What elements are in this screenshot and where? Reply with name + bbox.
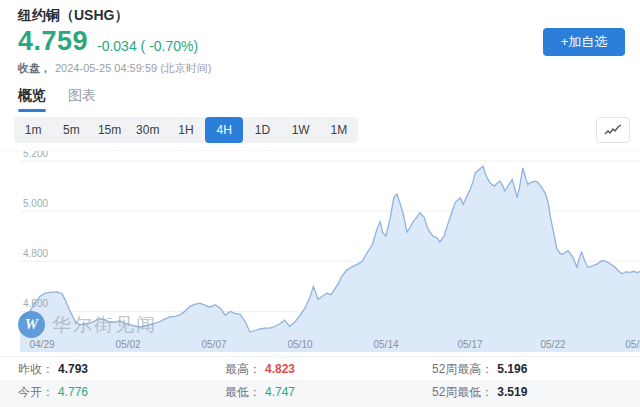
y-axis-label: 4.800 xyxy=(23,248,48,259)
timeframe-button-1m[interactable]: 1M xyxy=(320,117,358,143)
x-axis-label: 05/2 xyxy=(625,339,640,350)
chart-type-button[interactable] xyxy=(596,117,630,143)
stat-label: 最低： xyxy=(225,385,261,399)
last-price: 4.759 xyxy=(18,26,88,57)
stat-label: 今开： xyxy=(18,385,54,399)
timeframe-button-4h[interactable]: 4H xyxy=(205,117,243,143)
line-chart-icon xyxy=(604,124,622,137)
timeframe-button-1m[interactable]: 1m xyxy=(14,117,52,143)
x-axis-label: 05/02 xyxy=(115,339,140,350)
y-axis-label: 4.600 xyxy=(23,298,48,309)
timeframe-button-1w[interactable]: 1W xyxy=(282,117,320,143)
stat-value: 4.823 xyxy=(265,362,295,376)
stat-label: 最高： xyxy=(225,362,261,376)
timeframe-button-1d[interactable]: 1D xyxy=(243,117,281,143)
y-axis-label: 5.000 xyxy=(23,198,48,209)
stat-value: 4.793 xyxy=(58,362,88,376)
quote-meta: 收盘，2024-05-25 04:59:59 (北京时间) xyxy=(18,61,212,76)
x-axis-label: 05/07 xyxy=(201,339,226,350)
tab-bar: 概览 图表 xyxy=(0,87,640,110)
timeframe-bar: 1m5m15m30m1H4H1D1W1M xyxy=(14,117,358,143)
x-axis-label: 05/10 xyxy=(287,339,312,350)
timeframe-button-30m[interactable]: 30m xyxy=(129,117,167,143)
stat-value: 5.196 xyxy=(497,362,527,376)
stat-open: 今开：4.776 xyxy=(18,384,88,401)
stat-52wk-high: 52周最高：5.196 xyxy=(432,361,527,378)
timeframe-button-15m[interactable]: 15m xyxy=(90,117,128,143)
instrument-title: 纽约铜（USHG） xyxy=(18,7,128,25)
timeframe-button-5m[interactable]: 5m xyxy=(52,117,90,143)
tab-overview[interactable]: 概览 xyxy=(18,87,46,105)
stat-high: 最高：4.823 xyxy=(225,361,295,378)
x-axis-label: 04/29 xyxy=(29,339,54,350)
stat-label: 52周最低： xyxy=(432,385,493,399)
price-chart[interactable]: 5.2005.0004.8004.600 04/2905/0205/0705/1… xyxy=(0,150,640,352)
stat-52wk-low: 52周最低：3.519 xyxy=(432,384,527,401)
x-axis-label: 05/14 xyxy=(373,339,398,350)
x-axis-label: 05/22 xyxy=(540,339,565,350)
quote-page: 纽约铜（USHG） 4.759 -0.034 ( -0.70%) 收盘，2024… xyxy=(0,0,640,407)
tab-chart[interactable]: 图表 xyxy=(68,87,96,105)
stat-value: 3.519 xyxy=(497,385,527,399)
price-change: -0.034 ( -0.70%) xyxy=(97,38,198,54)
stat-label: 昨收： xyxy=(18,362,54,376)
price-area xyxy=(20,166,640,352)
stat-prev-close: 昨收：4.793 xyxy=(18,361,88,378)
add-watchlist-button[interactable]: +加自选 xyxy=(543,28,625,56)
price-chart-svg xyxy=(0,151,640,352)
x-axis-label: 05/17 xyxy=(457,339,482,350)
stats-table: 昨收：4.793最高：4.82352周最高：5.196今开：4.776最低：4.… xyxy=(0,356,640,407)
market-status: 收盘， xyxy=(18,62,51,74)
stat-row: 昨收：4.793最高：4.82352周最高：5.196 xyxy=(0,356,640,380)
quote-timestamp: 2024-05-25 04:59:59 (北京时间) xyxy=(55,62,212,74)
stat-value: 4.776 xyxy=(58,385,88,399)
y-axis-label: 5.200 xyxy=(23,150,48,159)
stat-low: 最低：4.747 xyxy=(225,384,295,401)
stat-value: 4.747 xyxy=(265,385,295,399)
stat-row: 今开：4.776最低：4.74752周最低：3.519 xyxy=(0,380,640,407)
timeframe-button-1h[interactable]: 1H xyxy=(167,117,205,143)
stat-label: 52周最高： xyxy=(432,362,493,376)
